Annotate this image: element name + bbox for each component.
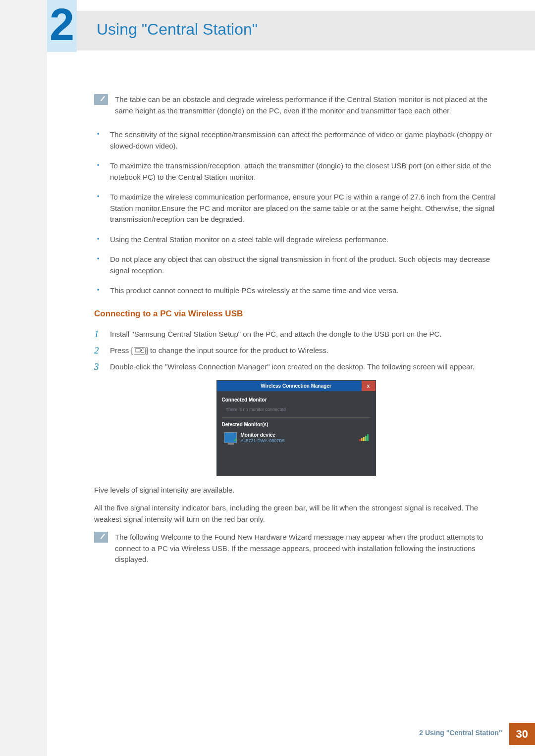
note-row: The table can be an obstacle and degrade… bbox=[94, 94, 498, 116]
step-text: Double-click the "Wireless Connection Ma… bbox=[110, 361, 498, 373]
svg-rect-0 bbox=[136, 349, 140, 352]
subheading: Connecting to a PC via Wireless USB bbox=[94, 307, 498, 320]
source-button-icon bbox=[134, 347, 146, 355]
step-number: 1 bbox=[94, 329, 104, 340]
wcm-body: Connected Monitor There is no monitor co… bbox=[217, 391, 375, 475]
page-footer: 2 Using "Central Station" 30 bbox=[412, 723, 535, 745]
wcm-title-text: Wireless Connection Manager bbox=[261, 383, 331, 389]
step-2: 2 Press [] to change the input source fo… bbox=[94, 345, 498, 356]
left-decorative-bar bbox=[0, 0, 47, 756]
device-id: AL5721-DWA-0807D5 bbox=[241, 438, 285, 444]
wcm-title-bar: Wireless Connection Manager x bbox=[217, 381, 375, 391]
monitor-icon: ✔ bbox=[224, 432, 237, 443]
note-text: The following Welcome to the Found New H… bbox=[115, 532, 498, 565]
note-icon bbox=[94, 94, 108, 105]
note-icon bbox=[94, 532, 108, 543]
signal-strength-icon bbox=[359, 434, 369, 441]
step2-pre: Press [ bbox=[110, 346, 133, 354]
bullet-item: Using the Central Station monitor on a s… bbox=[94, 234, 498, 246]
page: 2 Using "Central Station" The table can … bbox=[0, 0, 535, 756]
check-icon: ✔ bbox=[233, 436, 237, 444]
chapter-title: Using "Central Station" bbox=[97, 17, 258, 41]
bullet-item: To maximize the transmission/reception, … bbox=[94, 160, 498, 183]
bullet-list: The sensitivity of the signal reception/… bbox=[94, 129, 498, 297]
paragraph: All the five signal intensity indicator … bbox=[94, 503, 498, 525]
bullet-item: To maximize the wireless communication p… bbox=[94, 192, 498, 225]
note-text: The table can be an obstacle and degrade… bbox=[115, 94, 498, 116]
page-number: 30 bbox=[509, 723, 535, 745]
bullet-item: This product cannot connect to multiple … bbox=[94, 285, 498, 297]
device-name: Monitor device bbox=[241, 432, 285, 438]
step-text: Press [] to change the input source for … bbox=[110, 345, 498, 356]
wcm-connected-msg: There is no monitor connected bbox=[222, 405, 371, 418]
close-button[interactable]: x bbox=[362, 381, 375, 391]
wcm-connected-label: Connected Monitor bbox=[222, 396, 371, 403]
footer-label: 2 Using "Central Station" bbox=[412, 723, 509, 745]
step-1: 1 Install "Samsung Central Station Setup… bbox=[94, 329, 498, 340]
chapter-number: 2 bbox=[47, 0, 77, 52]
paragraph: Five levels of signal intensity are avai… bbox=[94, 485, 498, 496]
detected-text: Monitor device AL5721-DWA-0807D5 bbox=[241, 432, 285, 444]
step-3: 3 Double-click the "Wireless Connection … bbox=[94, 361, 498, 373]
bullet-item: Do not place any object that can obstruc… bbox=[94, 254, 498, 276]
content-area: The table can be an obstacle and degrade… bbox=[94, 94, 498, 578]
note-row: The following Welcome to the Found New H… bbox=[94, 532, 498, 565]
step2-post: ] to change the input source for the pro… bbox=[146, 346, 329, 354]
bullet-item: The sensitivity of the signal reception/… bbox=[94, 129, 498, 151]
step-text: Install "Samsung Central Station Setup" … bbox=[110, 329, 498, 340]
step-number: 2 bbox=[94, 345, 104, 356]
wcm-detected-label: Detected Monitor(s) bbox=[222, 421, 371, 428]
step-number: 3 bbox=[94, 361, 104, 373]
detected-monitor-row[interactable]: ✔ Monitor device AL5721-DWA-0807D5 bbox=[222, 430, 371, 446]
wireless-connection-manager-dialog: Wireless Connection Manager x Connected … bbox=[216, 380, 376, 475]
